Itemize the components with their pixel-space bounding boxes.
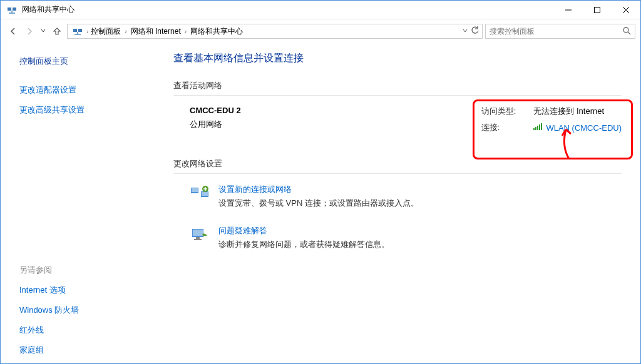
nav-arrows (6, 24, 64, 39)
network-name: CMCC-EDU 2 (190, 106, 241, 115)
svg-line-13 (628, 32, 630, 34)
divider (173, 173, 622, 174)
svg-rect-11 (74, 34, 81, 35)
active-network-block: CMCC-EDU 2 公用网络 访问类型: 无法连接到 Internet 连接: (173, 106, 622, 133)
task-item-troubleshoot: 问题疑难解答 诊断并修复网络问题，或者获得疑难解答信息。 (173, 225, 622, 250)
network-identity: CMCC-EDU 2 公用网络 (190, 106, 241, 133)
svg-rect-15 (535, 127, 536, 130)
search-input[interactable] (490, 27, 622, 36)
chevron-right-icon: › (86, 28, 88, 35)
troubleshoot-icon (190, 225, 210, 245)
breadcrumb-item[interactable]: 控制面板 › (90, 26, 128, 37)
red-arrow-annotation (556, 124, 582, 162)
breadcrumb-label: 控制面板 (91, 26, 121, 37)
breadcrumb-label: 网络和共享中心 (190, 26, 243, 37)
task-description: 诊断并修复网络问题，或者获得疑难解答信息。 (218, 239, 389, 250)
sidebar-link-advanced-sharing[interactable]: 更改高级共享设置 (19, 104, 151, 116)
svg-rect-9 (78, 29, 82, 32)
svg-rect-18 (541, 123, 542, 130)
back-button[interactable] (6, 24, 21, 39)
sidebar-link-adapters[interactable]: 更改适配器设置 (19, 84, 151, 96)
network-details: 访问类型: 无法连接到 Internet 连接: (481, 106, 622, 133)
app-icon (7, 5, 17, 15)
svg-rect-17 (539, 124, 540, 130)
body: 控制面板主页 更改适配器设置 更改高级共享设置 另请参阅 Internet 选项… (1, 43, 640, 364)
signal-bars-icon (533, 123, 542, 133)
breadcrumb-label: 网络和 Internet (131, 26, 181, 37)
new-connection-icon (190, 184, 210, 204)
svg-rect-25 (193, 230, 203, 236)
svg-rect-3 (9, 13, 15, 14)
chevron-right-icon: › (185, 28, 187, 35)
main-content: 查看基本网络信息并设置连接 查看活动网络 CMCC-EDU 2 公用网络 访问类… (151, 43, 640, 364)
up-button[interactable] (49, 24, 64, 39)
breadcrumb[interactable]: › 控制面板 › 网络和 Internet › 网络和共享中心 (67, 24, 483, 39)
divider (173, 95, 622, 96)
window-controls (554, 1, 640, 19)
access-type-label: 访问类型: (481, 106, 516, 117)
svg-rect-0 (8, 8, 11, 11)
window-title: 网络和共享中心 (22, 4, 554, 15)
task-link[interactable]: 设置新的连接或网络 (218, 184, 419, 195)
minimize-button[interactable] (554, 1, 583, 19)
sidebar: 控制面板主页 更改适配器设置 更改高级共享设置 另请参阅 Internet 选项… (1, 43, 151, 364)
breadcrumb-controls (462, 26, 479, 37)
task-link[interactable]: 问题疑难解答 (218, 225, 389, 236)
svg-rect-16 (537, 126, 538, 130)
svg-rect-14 (533, 128, 535, 130)
sidebar-link-internet-options[interactable]: Internet 选项 (19, 285, 151, 296)
sidebar-link-homegroup[interactable]: 家庭组 (19, 345, 151, 356)
sidebar-home-link[interactable]: 控制面板主页 (19, 56, 151, 67)
breadcrumb-item[interactable]: 网络和 Internet › (130, 26, 188, 37)
titlebar: 网络和共享中心 (1, 1, 640, 19)
maximize-button[interactable] (583, 1, 612, 19)
svg-rect-22 (202, 192, 208, 196)
svg-rect-5 (595, 7, 600, 13)
svg-point-12 (623, 28, 628, 33)
svg-rect-26 (196, 237, 200, 239)
breadcrumb-item[interactable]: 网络和共享中心 (189, 26, 244, 37)
chevron-down-icon[interactable] (462, 27, 468, 36)
sidebar-link-infrared[interactable]: 红外线 (19, 325, 151, 336)
location-icon (73, 26, 83, 36)
connection-label: 连接: (481, 122, 516, 133)
search-icon[interactable] (622, 26, 631, 37)
sidebar-see-also-label: 另请参阅 (19, 265, 151, 276)
sidebar-link-windows-firewall[interactable]: Windows 防火墙 (19, 305, 151, 316)
svg-rect-20 (192, 188, 198, 192)
svg-rect-27 (194, 239, 202, 240)
access-type-value: 无法连接到 Internet (533, 106, 622, 117)
searchbox[interactable] (485, 24, 635, 39)
svg-rect-8 (73, 29, 77, 32)
task-description: 设置宽带、拨号或 VPN 连接；或设置路由器或接入点。 (218, 198, 419, 209)
close-button[interactable] (612, 1, 640, 19)
task-item-new-connection: 设置新的连接或网络 设置宽带、拨号或 VPN 连接；或设置路由器或接入点。 (173, 184, 622, 209)
history-dropdown-icon[interactable] (38, 28, 48, 34)
change-settings-heading: 更改网络设置 (173, 158, 622, 169)
navbar: › 控制面板 › 网络和 Internet › 网络和共享中心 (1, 19, 640, 43)
active-networks-heading: 查看活动网络 (173, 80, 622, 91)
network-type: 公用网络 (190, 119, 241, 130)
page-title: 查看基本网络信息并设置连接 (173, 52, 622, 65)
forward-button[interactable] (22, 24, 37, 39)
refresh-icon[interactable] (471, 26, 479, 37)
svg-rect-1 (13, 8, 16, 11)
chevron-right-icon: › (125, 28, 126, 35)
